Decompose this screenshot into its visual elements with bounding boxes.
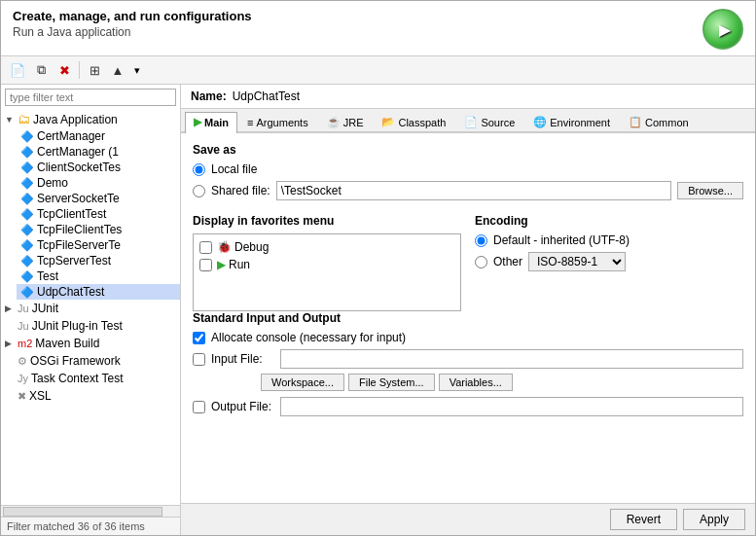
- fav-run-checkbox[interactable]: [199, 259, 212, 271]
- group-label-task-context: Task Context Test: [31, 372, 124, 385]
- filter-input[interactable]: [5, 89, 176, 106]
- run-icon: ▶: [217, 258, 226, 271]
- item-label: TcpFileClientTes: [37, 223, 122, 236]
- fav-debug-text: Debug: [234, 240, 269, 254]
- shared-file-row: Shared file: Browse...: [193, 181, 743, 200]
- default-encoding-radio[interactable]: [475, 234, 487, 247]
- shared-file-radio[interactable]: [193, 185, 205, 197]
- fav-run-item: ▶ Run: [199, 258, 454, 271]
- other-encoding-select[interactable]: ISO-8859-1: [528, 252, 626, 271]
- tab-main[interactable]: ▶ Main: [185, 112, 237, 133]
- group-label-osgi: OSGi Framework: [30, 354, 121, 368]
- item-label: CertManager (1: [37, 145, 119, 159]
- main-tab-icon: ▶: [194, 116, 201, 128]
- header: Create, manage, and run configurations R…: [1, 1, 755, 56]
- delete-config-button[interactable]: ✖: [54, 59, 75, 81]
- tree-item-tcpservertest[interactable]: 🔷 TcpServerTest: [17, 253, 180, 268]
- name-value: UdpChatTest: [233, 89, 300, 103]
- tab-common[interactable]: 📋 Common: [620, 112, 698, 131]
- scroll-track[interactable]: [3, 507, 162, 517]
- tree-item-certmanager1[interactable]: 🔷 CertManager (1: [17, 144, 180, 160]
- duplicate-config-button[interactable]: ⧉: [30, 59, 52, 81]
- java-application-children: 🔷 CertManager 🔷 CertManager (1 🔷 ClientS…: [1, 128, 180, 300]
- collapse-button[interactable]: ▲: [107, 59, 128, 81]
- output-file-checkbox[interactable]: [193, 401, 205, 413]
- tree-group-header-osgi[interactable]: ⚙ OSGi Framework: [1, 352, 180, 370]
- tree-group-header-junit-plugin[interactable]: Ju JUnit Plug-in Test: [1, 317, 180, 335]
- input-file-checkbox[interactable]: [193, 353, 205, 366]
- config-icon: 🔷: [20, 255, 34, 268]
- config-icon: 🔷: [20, 224, 34, 236]
- local-file-radio[interactable]: [193, 163, 205, 176]
- environment-tab-icon: 🌐: [533, 116, 547, 128]
- left-panel: ▼ 🗂 Java Application 🔷 CertManager 🔷 Cer…: [1, 85, 181, 535]
- view-menu-button[interactable]: ▾: [130, 62, 144, 79]
- item-label: Test: [37, 269, 58, 283]
- horizontal-scrollbar[interactable]: [1, 505, 180, 517]
- browse-button[interactable]: Browse...: [677, 182, 743, 199]
- tree-group-header-junit[interactable]: ▶ Ju JUnit: [1, 300, 180, 317]
- filter-button[interactable]: ⊞: [84, 59, 105, 81]
- two-column-section: Display in favorites menu 🐞 Debug: [193, 214, 743, 311]
- group-label-java-application: Java Application: [33, 113, 118, 126]
- tab-classpath[interactable]: 📂 Classpath: [373, 112, 454, 131]
- default-encoding-row: Default - inherited (UTF-8): [475, 233, 743, 247]
- tree-item-certmanager[interactable]: 🔷 CertManager: [17, 128, 180, 144]
- config-icon: 🔷: [20, 130, 34, 143]
- common-tab-icon: 📋: [629, 116, 642, 128]
- other-encoding-radio[interactable]: [475, 256, 487, 268]
- tree-item-clientsockettest[interactable]: 🔷 ClientSocketTes: [17, 160, 180, 175]
- input-file-label: Input File:: [211, 352, 274, 366]
- shared-file-label: Shared file:: [211, 184, 270, 197]
- tree-group-header-xsl[interactable]: ✖ XSL: [1, 387, 180, 405]
- item-label: TcpServerTest: [37, 254, 111, 268]
- config-icon: 🔷: [20, 161, 34, 174]
- tab-common-label: Common: [645, 117, 689, 128]
- folder-icon: m2: [18, 338, 32, 349]
- toolbar-separator: [79, 61, 80, 79]
- filter-status: Filter matched 36 of 36 items: [1, 517, 180, 535]
- tree-item-tcpfileservertest[interactable]: 🔷 TcpFileServerTe: [17, 237, 180, 253]
- output-file-label: Output File:: [211, 400, 274, 413]
- revert-button[interactable]: Revert: [610, 509, 677, 530]
- tab-main-label: Main: [204, 117, 229, 128]
- tree-group-xsl: ✖ XSL: [1, 387, 180, 405]
- tree-item-tcpclienttest[interactable]: 🔷 TcpClientTest: [17, 206, 180, 222]
- tab-arguments[interactable]: ≡ Arguments: [238, 113, 317, 131]
- input-file-input[interactable]: [280, 349, 743, 369]
- header-title: Create, manage, and run configurations: [13, 9, 702, 23]
- tree-group-header-task-context[interactable]: Jy Task Context Test: [1, 370, 180, 387]
- new-config-button[interactable]: 📄: [7, 59, 28, 81]
- favorites-column: Display in favorites menu 🐞 Debug: [193, 214, 461, 311]
- tree-group-task-context: Jy Task Context Test: [1, 370, 180, 387]
- shared-file-input[interactable]: [276, 181, 671, 200]
- allocate-console-checkbox[interactable]: [193, 332, 205, 344]
- run-button[interactable]: [702, 9, 743, 50]
- tab-environment[interactable]: 🌐 Environment: [524, 112, 619, 131]
- item-label: UdpChatTest: [37, 285, 104, 299]
- folder-icon: ✖: [18, 390, 26, 403]
- output-file-input[interactable]: [280, 397, 743, 416]
- tab-source[interactable]: 📄 Source: [455, 112, 523, 131]
- name-label: Name:: [191, 89, 227, 103]
- tree-group-maven: ▶ m2 Maven Build: [1, 335, 180, 352]
- tab-source-label: Source: [481, 117, 515, 128]
- variables-button[interactable]: Variables...: [439, 374, 513, 391]
- toolbar: 📄 ⧉ ✖ ⊞ ▲ ▾: [1, 56, 755, 85]
- folder-icon: Jy: [18, 373, 28, 384]
- tree-item-serversockettest[interactable]: 🔷 ServerSocketTe: [17, 191, 180, 206]
- workspace-button[interactable]: Workspace...: [261, 374, 344, 391]
- tree-item-tcpfileclienttest[interactable]: 🔷 TcpFileClientTes: [17, 222, 180, 237]
- file-system-button[interactable]: File System...: [348, 374, 435, 391]
- tree-group-header-java-application[interactable]: ▼ 🗂 Java Application: [1, 110, 180, 128]
- local-file-row: Local file: [193, 162, 743, 176]
- tree-item-demo[interactable]: 🔷 Demo: [17, 175, 180, 191]
- apply-button[interactable]: Apply: [683, 509, 745, 530]
- tab-jre[interactable]: ☕ JRE: [318, 112, 373, 131]
- tree-group-header-maven[interactable]: ▶ m2 Maven Build: [1, 335, 180, 352]
- tree-item-udpchattest[interactable]: 🔷 UdpChatTest: [17, 284, 180, 300]
- group-label-xsl: XSL: [29, 389, 52, 403]
- other-encoding-row: Other ISO-8859-1: [475, 252, 743, 271]
- fav-debug-checkbox[interactable]: [199, 241, 212, 254]
- tree-item-test[interactable]: 🔷 Test: [17, 268, 180, 284]
